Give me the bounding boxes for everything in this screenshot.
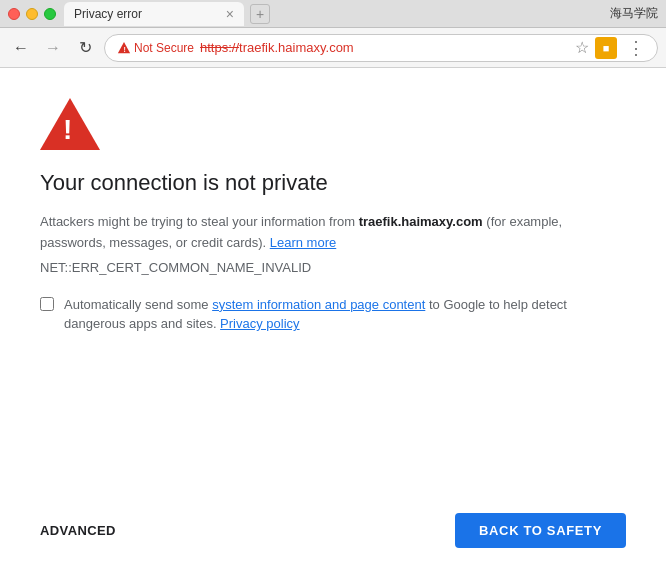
privacy-policy-link[interactable]: Privacy policy xyxy=(220,316,299,331)
menu-icon[interactable]: ⋮ xyxy=(627,37,645,59)
back-button[interactable]: ← xyxy=(8,35,34,61)
title-bar-right-text: 海马学院 xyxy=(610,5,658,22)
checkbox-label: Automatically send some system informati… xyxy=(64,295,620,334)
url-scheme: https:// xyxy=(200,40,239,55)
maximize-button[interactable] xyxy=(44,8,56,20)
address-url: https://traefik.haimaxy.com xyxy=(200,40,354,55)
main-heading: Your connection is not private xyxy=(40,170,626,196)
checkbox-section: Automatically send some system informati… xyxy=(40,295,620,334)
description-part1: Attackers might be trying to steal your … xyxy=(40,214,359,229)
new-tab-button[interactable]: + xyxy=(250,4,270,24)
advanced-button[interactable]: ADVANCED xyxy=(40,523,116,538)
reload-button[interactable]: ↻ xyxy=(72,35,98,61)
exclamation-mark: ! xyxy=(63,116,72,144)
svg-text:!: ! xyxy=(124,45,126,52)
bookmark-icon[interactable]: ☆ xyxy=(575,38,589,57)
bottom-bar: ADVANCED BACK TO SAFETY xyxy=(40,513,626,548)
nav-bar: ← → ↻ ! Not Secure https://traefik.haima… xyxy=(0,28,666,68)
url-host: traefik.haimaxy.com xyxy=(239,40,354,55)
triangle-shape: ! xyxy=(40,98,100,150)
tab-title: Privacy error xyxy=(74,7,142,21)
close-button[interactable] xyxy=(8,8,20,20)
not-secure-label: Not Secure xyxy=(134,41,194,55)
extensions-icon[interactable]: ■ xyxy=(595,37,617,59)
checkbox-container[interactable] xyxy=(40,297,54,315)
system-info-link[interactable]: system information and page content xyxy=(212,297,425,312)
tab-close-icon[interactable]: × xyxy=(226,6,234,22)
not-secure-indicator: ! Not Secure xyxy=(117,41,194,55)
title-bar: Privacy error × + 海马学院 xyxy=(0,0,666,28)
tab-bar: Privacy error × + xyxy=(64,2,610,26)
forward-button[interactable]: → xyxy=(40,35,66,61)
description-text: Attackers might be trying to steal your … xyxy=(40,212,620,254)
error-code: NET::ERR_CERT_COMMON_NAME_INVALID xyxy=(40,260,626,275)
send-info-checkbox[interactable] xyxy=(40,297,54,311)
checkbox-text1: Automatically send some xyxy=(64,297,212,312)
warning-triangle: ! xyxy=(40,98,100,150)
learn-more-link[interactable]: Learn more xyxy=(270,235,336,250)
active-tab[interactable]: Privacy error × xyxy=(64,2,244,26)
address-bar[interactable]: ! Not Secure https://traefik.haimaxy.com… xyxy=(104,34,658,62)
back-to-safety-button[interactable]: BACK TO SAFETY xyxy=(455,513,626,548)
minimize-button[interactable] xyxy=(26,8,38,20)
window-controls xyxy=(8,8,56,20)
page-content: ! Your connection is not private Attacke… xyxy=(0,68,666,568)
site-name: traefik.haimaxy.com xyxy=(359,214,483,229)
warning-icon: ! xyxy=(117,41,131,55)
